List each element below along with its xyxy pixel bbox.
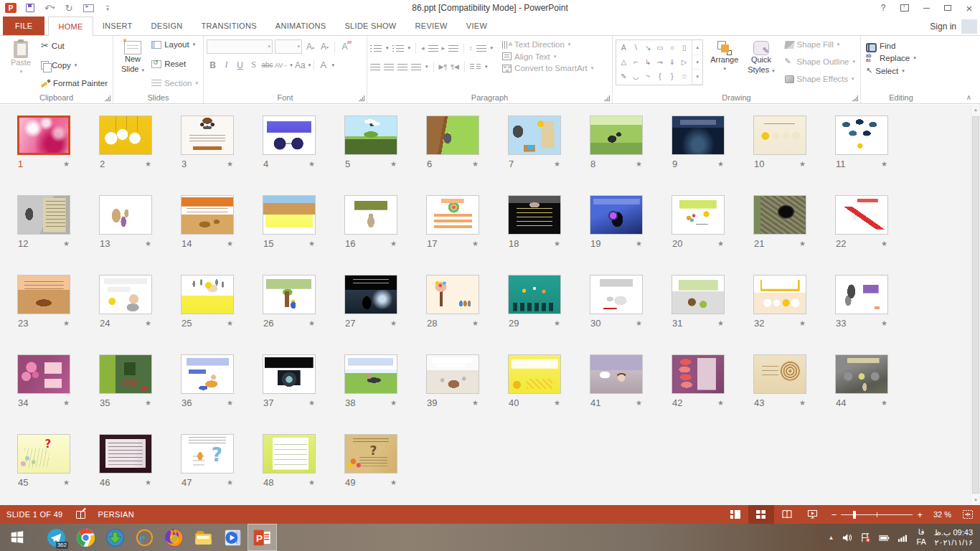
animation-star-icon[interactable]: ★ <box>472 160 479 168</box>
animation-star-icon[interactable]: ★ <box>390 399 397 407</box>
animation-star-icon[interactable]: ★ <box>145 319 151 327</box>
slide-thumbnail-25[interactable] <box>181 275 234 314</box>
sign-in-button[interactable]: Sign in <box>930 19 977 34</box>
animation-star-icon[interactable]: ★ <box>308 479 315 486</box>
animation-star-icon[interactable]: ★ <box>308 399 315 407</box>
animation-star-icon[interactable]: ★ <box>63 319 70 327</box>
scroll-up-arrow[interactable]: ▲ <box>971 105 980 115</box>
animation-star-icon[interactable]: ★ <box>227 399 233 407</box>
animation-star-icon[interactable]: ★ <box>472 399 479 407</box>
find-button[interactable]: Find <box>864 41 938 51</box>
right-to-left-button[interactable]: ¶◀ <box>451 63 459 70</box>
save-button[interactable] <box>24 2 37 14</box>
slide-thumbnail-39[interactable] <box>426 354 479 394</box>
slide-thumbnail-10[interactable] <box>753 116 806 155</box>
tab-home[interactable]: HOME <box>48 17 93 36</box>
slide-thumbnail-49[interactable]: ? <box>344 434 397 474</box>
start-button[interactable] <box>0 524 34 551</box>
animation-star-icon[interactable]: ★ <box>799 240 806 248</box>
shape-option[interactable]: ⌐ <box>633 59 638 66</box>
shape-outline-button[interactable]: Shape Outline▾ <box>783 57 857 67</box>
customize-qat-button[interactable]: ▾ <box>101 2 114 14</box>
animation-star-icon[interactable]: ★ <box>472 240 479 248</box>
slide-thumbnail-17[interactable] <box>426 195 479 235</box>
language-indicator[interactable]: PERSIAN <box>92 505 141 524</box>
layout-button[interactable]: Layout▾ <box>149 39 200 50</box>
animation-star-icon[interactable]: ★ <box>390 479 397 486</box>
tab-review[interactable]: REVIEW <box>406 17 457 36</box>
slide-thumbnail-13[interactable] <box>99 195 152 235</box>
fit-slide-to-window-button[interactable] <box>956 505 980 524</box>
cut-button[interactable]: ✂Cut <box>39 39 110 52</box>
slide-thumbnail-43[interactable] <box>753 354 806 394</box>
minimize-button[interactable] <box>915 0 937 16</box>
shape-option[interactable]: ▯ <box>682 44 687 52</box>
taskbar-app-media-player[interactable] <box>218 524 248 551</box>
animation-star-icon[interactable]: ★ <box>390 319 397 327</box>
new-slide-button[interactable]: New Slide ▾ <box>116 38 149 90</box>
line-spacing-button[interactable]: ↕ <box>469 44 473 52</box>
animation-star-icon[interactable]: ★ <box>881 160 887 168</box>
slide-thumbnail-2[interactable] <box>99 116 152 155</box>
columns-button[interactable] <box>470 64 481 70</box>
zoom-out-button[interactable]: − <box>831 510 837 519</box>
slide-thumbnail-5[interactable] <box>344 116 397 155</box>
ribbon-display-options-button[interactable] <box>894 0 915 16</box>
slide-thumbnail-47[interactable]: ? <box>181 434 234 474</box>
slide-thumbnail-45[interactable]: ? <box>17 434 70 474</box>
taskbar-app-firefox[interactable] <box>159 524 189 551</box>
shapes-scroll-down[interactable]: ▼ <box>692 55 702 70</box>
slide-indicator[interactable]: SLIDE 1 OF 49 <box>0 505 70 524</box>
taskbar-app-file-explorer[interactable] <box>189 524 218 551</box>
slide-thumbnail-22[interactable] <box>835 195 888 235</box>
help-button[interactable]: ? <box>872 0 894 16</box>
animation-star-icon[interactable]: ★ <box>554 160 560 168</box>
shape-option[interactable]: ◡ <box>633 73 639 80</box>
clipboard-dialog-launcher[interactable] <box>105 95 110 101</box>
taskbar-clock[interactable]: 09:43 ب.ظ ۲۰۲۱/۱۱/۱۶ <box>934 527 973 548</box>
animation-star-icon[interactable]: ★ <box>636 160 642 168</box>
slide-thumbnail-34[interactable] <box>17 354 70 394</box>
battery-icon[interactable] <box>879 532 890 543</box>
slide-thumbnail-37[interactable] <box>263 354 316 394</box>
slide-thumbnail-4[interactable] <box>263 116 316 155</box>
zoom-percentage[interactable]: 32 % <box>928 510 956 519</box>
font-color-button[interactable]: A <box>317 58 329 72</box>
shape-effects-button[interactable]: Shape Effects▾ <box>783 74 857 84</box>
taskbar-app-powerpoint[interactable]: P <box>248 524 277 551</box>
slide-thumbnail-28[interactable] <box>426 275 479 314</box>
shapes-more-button[interactable]: ▼ <box>692 70 702 85</box>
view-normal-button[interactable] <box>722 505 748 524</box>
view-reading-button[interactable] <box>774 505 800 524</box>
animation-star-icon[interactable]: ★ <box>717 240 724 248</box>
slide-thumbnail-20[interactable] <box>672 195 725 235</box>
view-slideshow-button[interactable] <box>800 505 826 524</box>
slide-thumbnail-19[interactable] <box>590 195 643 235</box>
start-slideshow-button[interactable] <box>82 2 95 14</box>
animation-star-icon[interactable]: ★ <box>227 479 233 486</box>
clear-formatting-button[interactable]: A <box>339 40 351 54</box>
animation-star-icon[interactable]: ★ <box>554 399 560 407</box>
animation-star-icon[interactable]: ★ <box>881 399 887 407</box>
align-text-button[interactable]: Align Text▾ <box>500 52 595 62</box>
shape-option[interactable]: ▷ <box>682 59 687 66</box>
bullets-button[interactable] <box>370 45 382 52</box>
collapse-ribbon-button[interactable]: ∧ <box>966 93 971 101</box>
tab-design[interactable]: DESIGN <box>142 17 192 36</box>
quick-styles-button[interactable]: Quick Styles ▾ <box>745 38 776 85</box>
animation-star-icon[interactable]: ★ <box>717 160 724 168</box>
font-name-combobox[interactable]: ▾ <box>207 39 273 54</box>
slide-thumbnail-44[interactable] <box>835 354 888 394</box>
tab-slide-show[interactable]: SLIDE SHOW <box>335 17 405 36</box>
animation-star-icon[interactable]: ★ <box>308 240 315 248</box>
spellcheck-button[interactable] <box>70 505 92 524</box>
shapes-gallery[interactable]: A\↘▭○▯△⌐↳⇒⇓▷✎◡~{}☆ ▲ ▼ ▼ <box>616 39 703 85</box>
slide-thumbnail-24[interactable] <box>99 275 152 314</box>
shrink-font-button[interactable]: A▾ <box>319 40 331 54</box>
paragraph-dialog-launcher[interactable] <box>604 95 610 101</box>
align-left-button[interactable] <box>370 64 380 70</box>
shapes-scroll-up[interactable]: ▲ <box>692 40 702 55</box>
animation-star-icon[interactable]: ★ <box>636 399 642 407</box>
slide-thumbnail-16[interactable] <box>344 195 397 235</box>
slide-thumbnail-26[interactable] <box>263 275 316 314</box>
